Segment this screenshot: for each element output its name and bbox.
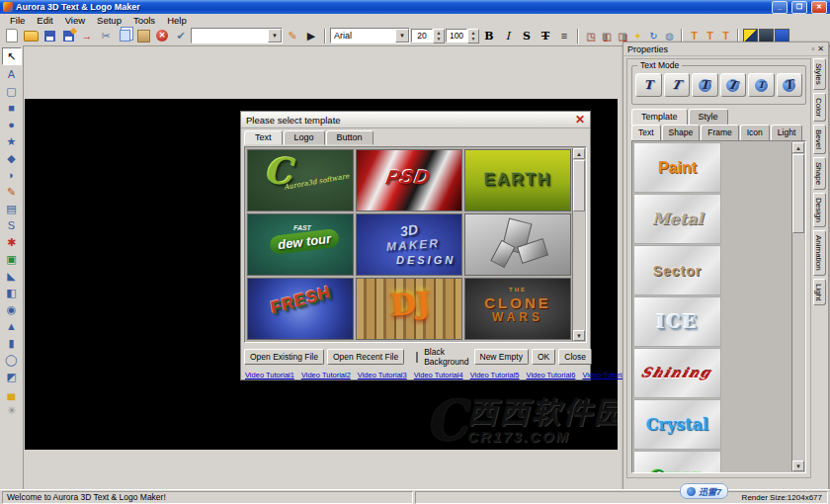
template-item-ice[interactable]: ICE <box>633 296 721 347</box>
text-mode-button-2[interactable]: T <box>664 73 691 97</box>
template-item-paint[interactable]: Paint <box>633 142 721 193</box>
text-mode-button-3[interactable]: T <box>692 73 718 97</box>
rounded-rect-tool[interactable]: ▢ <box>3 83 21 99</box>
scroll-down-icon[interactable]: ▼ <box>573 330 585 341</box>
edit-button[interactable]: ✎ <box>284 28 301 44</box>
template-thumb-psd[interactable]: PSD <box>356 149 462 211</box>
video-tutorial-link-3[interactable]: Video Tutorial3 <box>358 371 407 379</box>
template-item-sector[interactable]: Sector <box>633 245 721 295</box>
video-tutorial-link-4[interactable]: Video Tutorial4 <box>414 371 463 379</box>
texture-tool[interactable]: ▤ <box>3 201 21 216</box>
side-tab-light[interactable]: Light <box>813 279 826 305</box>
side-tab-design[interactable]: Design <box>813 193 826 227</box>
video-tutorial-link-6[interactable]: Video Tutorial6 <box>527 371 576 379</box>
menu-tools[interactable]: Tools <box>127 15 161 26</box>
close-dialog-button[interactable]: Close <box>558 349 592 365</box>
polygon-tool[interactable]: ◆ <box>3 150 21 166</box>
sphere3d-tool[interactable]: ◉ <box>3 301 21 317</box>
cut-button[interactable]: ✂ <box>97 28 115 44</box>
dialog-close-icon[interactable]: ✕ <box>575 114 585 126</box>
save-as-button[interactable] <box>59 28 77 44</box>
video-tutorial-link-2[interactable]: Video Tutorial2 <box>301 371 351 379</box>
font-size-stepper[interactable]: 20▲▼ <box>411 29 445 43</box>
video-tutorial-link-1[interactable]: Video Tutorial1 <box>245 371 294 379</box>
strike-button[interactable]: T <box>537 28 554 44</box>
tab-button[interactable]: Button <box>326 130 374 145</box>
shadow-button[interactable]: S <box>518 28 536 44</box>
menu-edit[interactable]: Edit <box>31 15 58 26</box>
torus-tool[interactable]: ◯ <box>3 352 21 368</box>
menu-file[interactable]: File <box>4 15 31 26</box>
panel-close-icon[interactable]: ✕ <box>817 45 824 53</box>
color-swatch-1[interactable] <box>743 29 758 42</box>
edit-object-button[interactable]: ◳ <box>583 29 598 42</box>
tab-template[interactable]: Template <box>631 109 688 126</box>
tab-text[interactable]: Text <box>244 130 283 145</box>
copy-button[interactable] <box>116 28 133 44</box>
side-tab-shape[interactable]: Shape <box>813 157 826 190</box>
tab-icon-templates[interactable]: Icon <box>740 125 770 141</box>
align-button[interactable]: ≡ <box>555 28 573 44</box>
axis-button[interactable]: ✦ <box>630 29 645 42</box>
template-item-shining[interactable]: Shining <box>633 348 721 398</box>
side-tab-color[interactable]: Color <box>813 93 826 122</box>
text-tool[interactable]: A <box>3 66 21 82</box>
restore-button[interactable]: ❐ <box>791 1 807 14</box>
open-button[interactable] <box>22 28 40 44</box>
open-recent-file-button[interactable]: Open Recent File <box>327 349 404 365</box>
scrollbar-thumb[interactable] <box>792 154 804 233</box>
tab-shape-templates[interactable]: Shape <box>662 125 701 141</box>
panel-scrollbar[interactable]: ▲ ▼ <box>791 142 804 471</box>
paste-button[interactable] <box>134 28 152 44</box>
spline-tool[interactable]: S <box>3 217 21 233</box>
template-thumb-fresh[interactable]: FRESH <box>247 278 354 340</box>
open-existing-file-button[interactable]: Open Existing File <box>244 349 324 365</box>
template-thumb-dewtour[interactable]: FAST dew tour <box>247 213 354 276</box>
text-3d-button-3[interactable]: T <box>718 29 733 42</box>
color-swatch-3[interactable] <box>775 29 789 42</box>
text-3d-button-2[interactable]: T <box>703 29 717 42</box>
import-tool[interactable]: ▣ <box>3 251 21 267</box>
template-thumb-3dmaker[interactable]: 3D MAKER DESIGN <box>356 213 462 276</box>
template-thumb-clone-wars[interactable]: THE CLONE WARS <box>464 278 571 340</box>
keyframe-tool[interactable]: ✱ <box>3 234 21 250</box>
menu-setup[interactable]: Setup <box>91 15 127 26</box>
cylinder-tool[interactable]: ▮ <box>3 335 21 351</box>
sphere-tool[interactable]: ● <box>3 117 21 132</box>
template-item-metal[interactable]: Metal <box>633 194 721 244</box>
half-shape-tool[interactable]: ◩ <box>3 369 21 384</box>
cube3d-tool[interactable]: ◧ <box>3 285 21 300</box>
new-button[interactable] <box>3 28 21 44</box>
tab-style[interactable]: Style <box>689 109 728 126</box>
chevron-down-icon[interactable]: ▼ <box>395 29 409 42</box>
wedge-tool[interactable]: ◣ <box>3 268 21 284</box>
text-mode-button-6[interactable]: T <box>777 73 803 97</box>
close-button[interactable]: ✕ <box>811 1 827 14</box>
color-swatch-2[interactable] <box>759 29 774 42</box>
object-left-button[interactable]: ◧ <box>599 29 614 42</box>
rotate-button[interactable]: ↻ <box>646 29 661 42</box>
italic-button[interactable]: I <box>499 28 517 44</box>
export-button[interactable]: → <box>78 28 96 44</box>
star-tool[interactable]: ★ <box>3 133 21 149</box>
side-tab-styles[interactable]: Styles <box>813 58 826 90</box>
pen-tool[interactable]: ✎ <box>3 184 21 200</box>
apply-button[interactable]: ✔ <box>172 28 190 44</box>
tracking-stepper[interactable]: 100▲▼ <box>446 29 479 43</box>
cube-tool[interactable]: ■ <box>3 100 21 116</box>
tab-text-templates[interactable]: Text <box>631 125 661 141</box>
preset-combobox[interactable]: ▼ <box>191 28 283 43</box>
side-tab-animation[interactable]: Animation <box>813 230 826 276</box>
black-background-checkbox[interactable] <box>416 352 418 363</box>
scrollbar-thumb[interactable] <box>573 160 585 211</box>
menu-help[interactable]: Help <box>161 15 193 26</box>
chevron-down-icon[interactable]: ▼ <box>268 29 282 42</box>
video-tutorial-link-5[interactable]: Video Tutorial5 <box>470 371 520 379</box>
delete-button[interactable]: ✕ <box>153 28 171 44</box>
template-thumb-fire-dj[interactable]: DJ <box>356 278 462 340</box>
spin-arrows-icon[interactable]: ▲▼ <box>467 29 479 43</box>
spin-arrows-icon[interactable]: ▲▼ <box>433 29 445 43</box>
text-mode-button-4[interactable]: T <box>720 73 747 97</box>
font-combobox[interactable]: Arial▼ <box>330 28 410 43</box>
text-mode-button-1[interactable]: T <box>635 73 662 97</box>
